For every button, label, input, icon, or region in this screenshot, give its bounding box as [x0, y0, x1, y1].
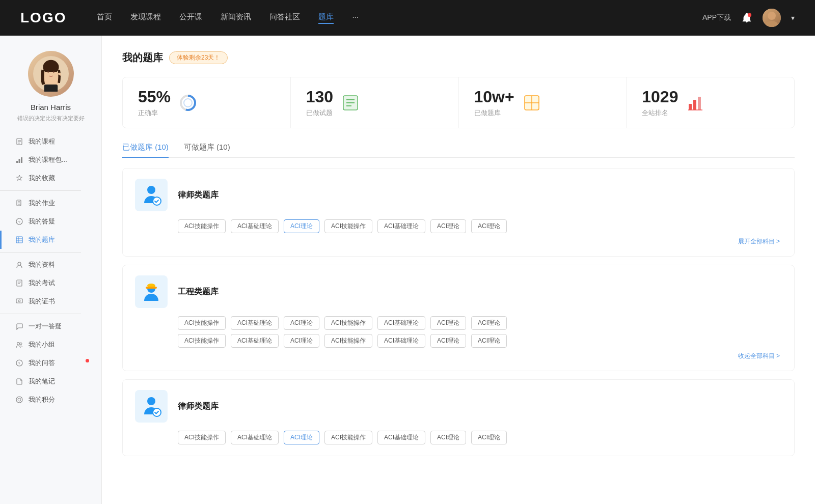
tag-3-7[interactable]: ACI理论 [471, 431, 507, 444]
nav-news[interactable]: 新闻资讯 [221, 12, 251, 24]
page-title-row: 我的题库 体验剩余23天！ [122, 51, 795, 65]
pie-chart-icon [178, 93, 198, 113]
app-download[interactable]: APP下载 [702, 13, 731, 22]
tag-2-14[interactable]: ACI理论 [471, 334, 507, 348]
collapse-link-2[interactable]: 收起全部科目 > [135, 352, 782, 360]
svg-rect-49 [693, 100, 696, 110]
tag-1-1[interactable]: ACI技能操作 [178, 219, 226, 233]
sidebar-label-one-on-one: 一对一答疑 [29, 322, 62, 331]
svg-point-2 [766, 21, 778, 27]
tag-2-5[interactable]: ACI基础理论 [377, 316, 425, 330]
tag-2-2[interactable]: ACI基础理论 [231, 316, 279, 330]
sidebar-label-points: 我的积分 [29, 395, 55, 404]
tag-2-3[interactable]: ACI理论 [284, 316, 319, 330]
svg-rect-27 [17, 280, 22, 286]
nav-home[interactable]: 首页 [97, 12, 112, 24]
tag-1-2[interactable]: ACI基础理论 [231, 219, 279, 233]
tag-2-12[interactable]: ACI基础理论 [377, 334, 425, 348]
user-dropdown-arrow[interactable]: ▾ [791, 14, 795, 22]
svg-point-1 [768, 12, 776, 20]
tag-2-13[interactable]: ACI理论 [430, 334, 466, 348]
svg-rect-56 [146, 287, 157, 289]
tag-2-7[interactable]: ACI理论 [471, 316, 507, 330]
sidebar-item-homework[interactable]: 我的作业 [0, 194, 101, 212]
stat-done-questions: 130 已做试题 [291, 77, 459, 128]
nav-qa[interactable]: 问答社区 [269, 12, 300, 24]
nav-more[interactable]: ··· [352, 12, 359, 24]
svg-rect-22 [16, 237, 22, 243]
stat-done-banks-value: 10w+ [474, 88, 514, 106]
tag-3-3[interactable]: ACI理论 [284, 431, 319, 444]
sidebar-item-exam[interactable]: 我的考试 [0, 274, 101, 292]
sidebar-menu: 我的课程 我的课程包... 我的收藏 [0, 132, 101, 409]
tab-done-banks[interactable]: 已做题库 (10) [122, 143, 169, 157]
divider-2 [0, 252, 81, 253]
tag-1-5[interactable]: ACI基础理论 [377, 219, 425, 233]
sidebar-item-my-course[interactable]: 我的课程 [0, 132, 101, 151]
sidebar-label-certificate: 我的证书 [29, 297, 55, 306]
tag-2-10[interactable]: ACI理论 [284, 334, 319, 348]
star-icon [15, 174, 23, 182]
sidebar-item-group[interactable]: 我的小组 [0, 335, 101, 354]
nav-open-course[interactable]: 公开课 [179, 12, 202, 24]
sidebar-item-certificate[interactable]: 我的证书 [0, 292, 101, 311]
svg-text:?: ? [18, 220, 21, 225]
bank-card-2-header: 工程类题库 [135, 275, 782, 308]
table-icon [15, 236, 23, 244]
sidebar-label-notes: 我的笔记 [29, 377, 55, 386]
svg-point-31 [18, 300, 20, 302]
svg-rect-14 [16, 161, 18, 163]
tag-1-4[interactable]: ACI技能操作 [324, 219, 372, 233]
bank-title-lawyer-2: 律师类题库 [178, 401, 219, 412]
svg-point-0 [748, 13, 751, 17]
tag-1-7[interactable]: ACI理论 [471, 219, 507, 233]
stat-accuracy: 55% 正确率 [123, 77, 291, 128]
nav-courses[interactable]: 发现课程 [130, 12, 161, 24]
tag-2-4[interactable]: ACI技能操作 [324, 316, 372, 330]
tag-1-6[interactable]: ACI理论 [430, 219, 466, 233]
tag-3-4[interactable]: ACI技能操作 [324, 431, 372, 444]
notification-bell-icon[interactable] [741, 12, 752, 23]
tab-available-banks[interactable]: 可做题库 (10) [184, 143, 230, 157]
sidebar-item-one-on-one[interactable]: 一对一答疑 [0, 317, 101, 335]
sidebar-item-profile[interactable]: 我的资料 [0, 256, 101, 274]
tag-2-9[interactable]: ACI基础理论 [231, 334, 279, 348]
tag-2-11[interactable]: ACI技能操作 [324, 334, 372, 348]
stat-ranking-text: 1029 全站排名 [642, 88, 678, 118]
sidebar-item-notes[interactable]: 我的笔记 [0, 372, 101, 390]
bank-card-lawyer-2: 律师类题库 ACI技能操作 ACI基础理论 ACI理论 ACI技能操作 ACI基… [122, 379, 795, 456]
sidebar-username: Brian Harris [31, 103, 71, 111]
svg-text:?: ? [18, 362, 20, 366]
nav-questionbank[interactable]: 题库 [318, 12, 334, 24]
tag-2-1[interactable]: ACI技能操作 [178, 316, 226, 330]
sidebar-item-favorites[interactable]: 我的收藏 [0, 169, 101, 187]
tag-2-8[interactable]: ACI技能操作 [178, 334, 226, 348]
expand-link-1[interactable]: 展开全部科目 > [135, 237, 782, 246]
qa-icon: ? [15, 359, 23, 367]
stat-done-questions-text: 130 已做试题 [306, 88, 333, 118]
tag-3-1[interactable]: ACI技能操作 [178, 431, 226, 444]
tag-1-3[interactable]: ACI理论 [284, 219, 319, 233]
sidebar-item-my-qa-posts[interactable]: ? 我的问答 [0, 354, 101, 372]
sidebar-item-course-package[interactable]: 我的课程包... [0, 151, 101, 169]
svg-point-52 [147, 186, 155, 194]
stats-row: 55% 正确率 130 已做试题 [122, 77, 795, 128]
tag-3-2[interactable]: ACI基础理论 [231, 431, 279, 444]
sidebar-label-homework: 我的作业 [29, 199, 55, 208]
sidebar-item-points[interactable]: 我的积分 [0, 390, 101, 409]
sidebar-label-question-bank: 我的题库 [29, 235, 55, 244]
sidebar-item-question-bank[interactable]: 我的题库 [0, 231, 101, 249]
stat-done-questions-label: 已做试题 [306, 108, 333, 118]
svg-point-36 [16, 397, 22, 403]
user-icon [15, 261, 23, 269]
svg-rect-16 [21, 157, 22, 163]
tag-3-6[interactable]: ACI理论 [430, 431, 466, 444]
user-avatar[interactable] [763, 9, 781, 27]
sidebar-item-qa[interactable]: ? 我的答疑 [0, 212, 101, 231]
sidebar-label-group: 我的小组 [29, 340, 55, 349]
svg-point-32 [17, 343, 20, 345]
tag-2-6[interactable]: ACI理论 [430, 316, 466, 330]
sidebar-label-favorites: 我的收藏 [29, 174, 55, 183]
stat-ranking-label: 全站排名 [642, 108, 678, 118]
tag-3-5[interactable]: ACI基础理论 [377, 431, 425, 444]
